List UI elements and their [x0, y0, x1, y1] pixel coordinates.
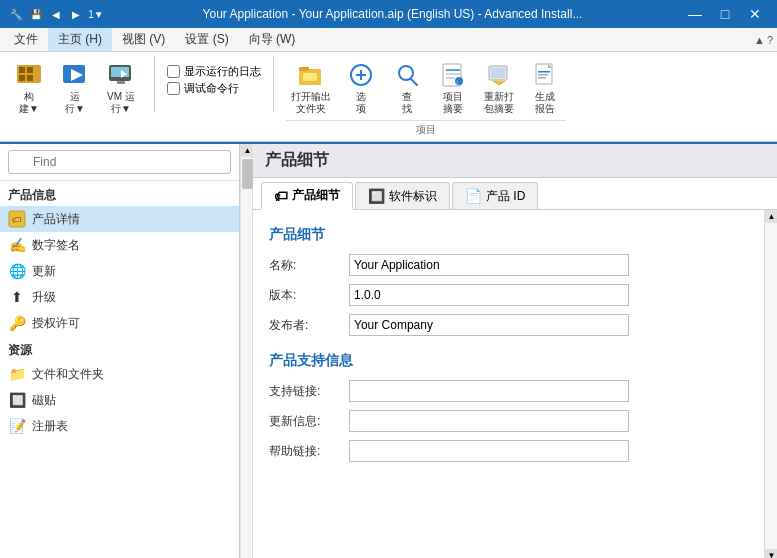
show-log-checkbox[interactable]: 显示运行的日志	[167, 64, 261, 79]
name-label: 名称:	[269, 257, 349, 274]
show-log-input[interactable]	[167, 65, 180, 78]
support-link-label: 支持链接:	[269, 383, 349, 400]
content-vscrollbar: ▲ ▼	[764, 210, 777, 558]
tab-software-tag[interactable]: 🔲 软件标识	[355, 182, 450, 209]
ribbon-group-build-items: 构建▼ 运行▼	[8, 56, 142, 118]
name-input[interactable]	[349, 254, 629, 276]
svg-rect-4	[27, 75, 33, 81]
minimize-button[interactable]: —	[681, 3, 709, 25]
product-details-section-title: 产品细节	[269, 226, 748, 244]
sidebar: 🔍 产品信息 🏷 产品详情 ✍ 数字签名 🌐 更新 ⬆ 升级	[0, 144, 240, 558]
search-label: 查找	[402, 91, 412, 115]
sidebar-item-tiles[interactable]: 🔲 磁贴	[0, 387, 239, 413]
debug-cmd-checkbox[interactable]: 调试命令行	[167, 81, 261, 96]
title-bar: 🔧 💾 ◀ ▶ 1▼ Your Application - Your Appli…	[0, 0, 777, 28]
sidebar-item-license[interactable]: 🔑 授权许可	[0, 310, 239, 336]
sidebar-item-upgrade[interactable]: ⬆ 升级	[0, 284, 239, 310]
title-bar-app-icons: 🔧 💾 ◀ ▶ 1▼	[8, 6, 104, 22]
search-icon	[391, 59, 423, 91]
ribbon-group-project-items: 打开输出文件夹 选项	[286, 56, 566, 118]
ribbon-collapse-icon[interactable]: ▲	[754, 34, 765, 46]
debug-cmd-input[interactable]	[167, 82, 180, 95]
upgrade-label: 升级	[32, 289, 56, 306]
publisher-input[interactable]	[349, 314, 629, 336]
menu-settings[interactable]: 设置 (S)	[175, 28, 238, 51]
project-summary-button[interactable]: i 项目摘要	[432, 56, 474, 118]
ribbon: 构建▼ 运行▼	[0, 52, 777, 144]
product-support-section-title: 产品支持信息	[269, 352, 748, 370]
sidebar-item-registry[interactable]: 📝 注册表	[0, 413, 239, 439]
version-input[interactable]	[349, 284, 629, 306]
svg-line-18	[411, 79, 417, 85]
project-summary-label: 项目摘要	[443, 91, 463, 115]
support-link-input[interactable]	[349, 380, 629, 402]
sidebar-item-files-folders[interactable]: 📁 文件和文件夹	[0, 361, 239, 387]
ribbon-group-build: 构建▼ 运行▼	[8, 56, 142, 118]
sidebar-search-input[interactable]	[8, 150, 231, 174]
sidebar-search-area: 🔍	[0, 144, 239, 181]
open-output-button[interactable]: 打开输出文件夹	[286, 56, 336, 118]
content-tabs: 🏷 产品细节 🔲 软件标识 📄 产品 ID	[253, 178, 777, 210]
product-details-form-section: 产品细节 名称: 版本: 发布者:	[269, 226, 748, 336]
form-row-update-info: 更新信息:	[269, 410, 748, 432]
svg-rect-30	[538, 74, 548, 76]
menu-view[interactable]: 视图 (V)	[112, 28, 175, 51]
content-area: 产品细节 🏷 产品细节 🔲 软件标识 📄 产品 ID 产品细节 名称	[253, 144, 777, 558]
generate-report-button[interactable]: 生成报告	[524, 56, 566, 118]
sidebar-item-product-details[interactable]: 🏷 产品详情	[0, 206, 239, 232]
form-row-publisher: 发布者:	[269, 314, 748, 336]
tab-product-details-icon: 🏷	[274, 188, 288, 204]
rebuild-button[interactable]: 重新打包摘要	[478, 56, 520, 118]
updates-label: 更新	[32, 263, 56, 280]
ribbon-checkboxes: 显示运行的日志 调试命令行	[167, 56, 261, 96]
rebuild-icon	[483, 59, 515, 91]
back-icon[interactable]: ◀	[48, 6, 64, 22]
generate-report-label: 生成报告	[535, 91, 555, 115]
product-details-label: 产品详情	[32, 211, 80, 228]
menu-file[interactable]: 文件	[4, 28, 48, 51]
run-button[interactable]: 运行▼	[54, 56, 96, 118]
maximize-button[interactable]: □	[711, 3, 739, 25]
update-info-input[interactable]	[349, 410, 629, 432]
tab-product-id-icon: 📄	[465, 188, 482, 204]
content-title: 产品细节	[253, 144, 777, 178]
menu-home[interactable]: 主页 (H)	[48, 28, 112, 51]
menu-wizard[interactable]: 向导 (W)	[239, 28, 306, 51]
select-label: 选项	[356, 91, 366, 115]
open-output-label: 打开输出文件夹	[291, 91, 331, 115]
product-support-form-section: 产品支持信息 支持链接: 更新信息: 帮助链接:	[269, 352, 748, 462]
sidebar-item-updates[interactable]: 🌐 更新	[0, 258, 239, 284]
help-link-label: 帮助链接:	[269, 443, 349, 460]
save-icon[interactable]: 💾	[28, 6, 44, 22]
vm-run-icon	[105, 59, 137, 91]
content-vscroll-up[interactable]: ▲	[765, 210, 777, 223]
tab-product-id[interactable]: 📄 产品 ID	[452, 182, 538, 209]
content-main: 产品细节 名称: 版本: 发布者: 产品支持	[253, 210, 764, 558]
tab-product-details[interactable]: 🏷 产品细节	[261, 182, 353, 210]
ribbon-body: 构建▼ 运行▼	[0, 52, 777, 142]
help-icon[interactable]: ?	[767, 34, 773, 46]
license-label: 授权许可	[32, 315, 80, 332]
svg-rect-29	[538, 71, 550, 73]
files-folders-label: 文件和文件夹	[32, 366, 104, 383]
form-row-help-link: 帮助链接:	[269, 440, 748, 462]
vm-run-button[interactable]: VM 运行▼	[100, 56, 142, 118]
vm-run-label: VM 运行▼	[107, 91, 135, 115]
sidebar-item-digital-signature[interactable]: ✍ 数字签名	[0, 232, 239, 258]
content-vscroll-down[interactable]: ▼	[765, 549, 777, 558]
help-link-input[interactable]	[349, 440, 629, 462]
run-label: 运行▼	[65, 91, 85, 115]
build-button[interactable]: 构建▼	[8, 56, 50, 118]
svg-rect-31	[538, 77, 546, 79]
search-wrap: 🔍	[8, 150, 231, 174]
menu-bar: 文件 主页 (H) 视图 (V) 设置 (S) 向导 (W) ▲ ?	[0, 28, 777, 52]
rebuild-label: 重新打包摘要	[484, 91, 514, 115]
forward-icon[interactable]: ▶	[68, 6, 84, 22]
select-button[interactable]: 选项	[340, 56, 382, 118]
upgrade-icon: ⬆	[8, 288, 26, 306]
registry-icon: 📝	[8, 417, 26, 435]
close-button[interactable]: ✕	[741, 3, 769, 25]
vscroll-thumb[interactable]	[242, 159, 253, 189]
sidebar-vscrollbar: ▲ ▼	[240, 144, 253, 558]
search-button[interactable]: 查找	[386, 56, 428, 118]
